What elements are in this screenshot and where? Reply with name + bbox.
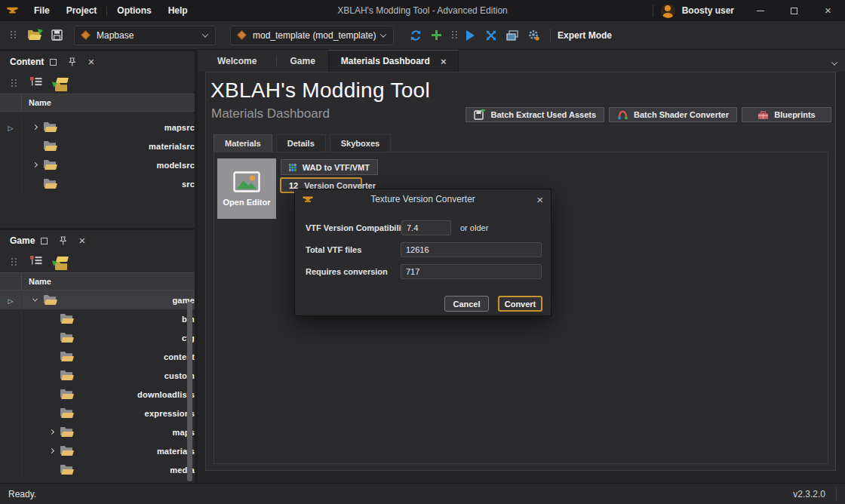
expander-icon[interactable] (29, 125, 41, 129)
open-editor-card[interactable]: Open Editor (217, 158, 276, 219)
blueprints-button[interactable]: Blueprints (742, 107, 831, 122)
total-files-row: Total VTF files (306, 242, 540, 257)
requires-conversion-row: Requires conversion (306, 264, 540, 279)
folder-icon (44, 179, 176, 189)
convert-button[interactable]: Convert (498, 296, 542, 312)
folder-icon (44, 295, 166, 305)
tree-item-game[interactable]: game (0, 290, 195, 309)
tree-item-cfg[interactable]: cfg (0, 328, 195, 347)
tree-item-content[interactable]: content (0, 347, 195, 366)
tree-item-materialsrc[interactable]: materialsrc (0, 137, 195, 155)
panel-maximize-button[interactable] (35, 233, 54, 248)
titlebar-separator (653, 5, 653, 17)
refresh-button[interactable] (410, 29, 422, 41)
panel-close-button[interactable] (72, 233, 91, 248)
content-panel-toolbar (0, 72, 195, 94)
panel-maximize-button[interactable] (44, 54, 63, 69)
menu-project[interactable]: Project (58, 0, 106, 21)
pin-icon (58, 236, 68, 246)
minimize-button[interactable] (743, 0, 777, 21)
toolbar-grip-icon[interactable] (451, 31, 458, 39)
open-folder-icon (28, 30, 41, 40)
cancel-button[interactable]: Cancel (444, 296, 489, 312)
expander-icon[interactable] (45, 449, 57, 453)
document-tabs: Welcome Game Materials Dashboard (198, 50, 845, 72)
menu-options[interactable]: Options (109, 0, 159, 21)
collapse-tree-button[interactable] (30, 77, 42, 89)
page-subtitle: Materials Dashboard (211, 106, 330, 121)
settings-button[interactable] (527, 29, 540, 41)
chevron-down-icon (380, 31, 386, 37)
tab-game[interactable]: Game (277, 50, 327, 72)
name-column-header[interactable]: Name (22, 98, 51, 107)
panel-title: Content (10, 57, 44, 67)
tree-item-bin[interactable]: bin (0, 309, 195, 328)
run-button[interactable] (466, 30, 475, 41)
tree-item-modelsrc[interactable]: modelsrc (0, 155, 195, 174)
user-avatar[interactable] (661, 4, 675, 18)
save-button[interactable] (51, 29, 63, 41)
close-tab-icon[interactable] (441, 57, 447, 66)
name-column-header[interactable]: Name (22, 277, 51, 286)
panel-grip-icon[interactable] (11, 79, 17, 88)
gutter-column (0, 273, 22, 290)
vtf-version-input[interactable] (401, 220, 451, 235)
tree-item-custom[interactable]: custom (0, 366, 195, 385)
maximize-button[interactable] (777, 0, 811, 21)
version-text: v2.3.2.0 (793, 489, 825, 499)
expander-icon[interactable] (29, 298, 41, 302)
folder-icon (44, 141, 143, 151)
expert-mode-label[interactable]: Expert Mode (558, 30, 612, 41)
tab-welcome[interactable]: Welcome (198, 50, 276, 72)
total-files-input[interactable] (401, 242, 542, 257)
tab-list-chevron-icon[interactable] (832, 57, 837, 68)
maximize-icon (50, 59, 57, 66)
panel-grip-icon[interactable] (11, 258, 17, 266)
tab-materials-dashboard[interactable]: Materials Dashboard (328, 50, 459, 72)
panel-close-button[interactable] (81, 54, 100, 69)
scrollbar[interactable] (187, 302, 192, 481)
minimize-icon (757, 11, 764, 11)
batch-shader-button[interactable]: Batch Shader Converter (609, 107, 737, 122)
dialog-close-icon[interactable] (536, 194, 543, 205)
windows-button[interactable] (506, 30, 518, 41)
menu-help[interactable]: Help (160, 0, 196, 21)
tab-details[interactable]: Details (276, 134, 326, 152)
panel-title: Game (10, 235, 35, 246)
tab-materials[interactable]: Materials (214, 134, 272, 152)
tree-item-maps[interactable]: maps (0, 423, 195, 441)
toolbar-grip-icon[interactable] (10, 31, 17, 39)
close-button[interactable] (811, 0, 845, 21)
row-indicator (0, 118, 22, 137)
tree-item-media[interactable]: media (0, 460, 195, 479)
game-panel-header: Game (0, 230, 195, 251)
folder-icon (44, 160, 150, 170)
row-indicator (0, 290, 22, 309)
wad-converter-button[interactable]: WAD to VTF/VMT (281, 159, 378, 175)
tree-item-mapsrc[interactable]: mapsrc (0, 118, 195, 137)
menubar: File Project Options Help (26, 0, 196, 21)
tab-skyboxes[interactable]: Skyboxes (330, 134, 391, 152)
user-label[interactable]: Boosty user (682, 5, 734, 16)
vtf-version-row: VTF Version Compatibility or older (306, 220, 540, 235)
menu-file[interactable]: File (26, 0, 58, 21)
expander-icon[interactable] (45, 430, 57, 434)
tree-item-src[interactable]: src (0, 174, 195, 193)
collapse-tree-button[interactable] (30, 256, 42, 268)
requires-conversion-input[interactable] (401, 264, 542, 279)
dialog-titlebar: Texture Version Converter (295, 189, 551, 209)
panel-pin-button[interactable] (54, 233, 72, 248)
add-button[interactable] (432, 30, 441, 40)
expander-icon[interactable] (29, 163, 41, 167)
scrollbar-thumb[interactable] (187, 302, 192, 481)
engine-select[interactable]: Mapbase (74, 26, 216, 45)
open-folder-button[interactable] (28, 30, 41, 40)
mod-select[interactable]: mod_template (mod_template) (230, 26, 394, 45)
batch-extract-button[interactable]: Batch Extract Used Assets (466, 107, 604, 122)
tree-item-materials[interactable]: materials (0, 441, 195, 460)
panel-pin-button[interactable] (63, 54, 81, 69)
run-map-button[interactable] (485, 29, 497, 41)
tree-item-expressions[interactable]: expressions (0, 404, 195, 423)
main-toolbar: Mapbase mod_template (mod_template) Expe… (0, 21, 845, 50)
tree-item-downloadlists[interactable]: downloadlists (0, 385, 195, 404)
